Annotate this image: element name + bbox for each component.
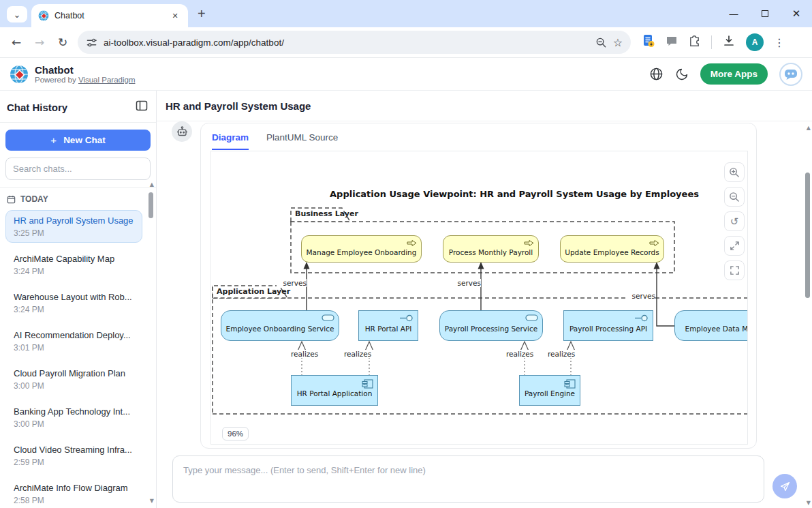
node-business-process: Manage Employee Onboarding [301, 235, 422, 263]
comment-extension-icon[interactable] [666, 35, 678, 50]
expand-arrows-icon [730, 241, 740, 251]
node-application-service: Payroll Processing Service [439, 310, 543, 341]
visual-paradigm-link[interactable]: Visual Paradigm [78, 76, 136, 84]
more-apps-button[interactable]: More Apps [700, 63, 768, 85]
chatbot-widget-button[interactable] [779, 63, 802, 86]
chat-list-item[interactable]: Warehouse Layout with Rob... 3:24 PM [5, 286, 142, 319]
zoom-in-button[interactable] [724, 162, 745, 182]
sidebar-scroll-down-icon[interactable]: ▼ [150, 498, 154, 504]
zoom-out-page-icon[interactable] [595, 37, 607, 48]
main-panel: HR and Payroll System Usage Diagram Plan… [157, 91, 812, 508]
browser-titlebar: ⌄ Chatbot ✕ + — ✕ [0, 0, 812, 27]
node-application-component: Payroll Engine [519, 375, 580, 406]
chat-list-item[interactable]: ArchiMate Info Flow Diagram 2:58 PM [5, 477, 142, 508]
window-minimize-button[interactable]: — [718, 0, 749, 27]
expand-button[interactable] [724, 236, 745, 256]
diagram-canvas[interactable]: Application Usage Viewpoint: HR and Payr… [210, 151, 748, 445]
docs-extension-icon[interactable] [642, 34, 655, 50]
node-business-process: Process Monthly Payroll [443, 235, 539, 263]
divider [0, 122, 156, 123]
url-text[interactable]: ai-toolbox.visual-paradigm.com/app/chatb… [104, 38, 589, 48]
new-tab-button[interactable]: + [198, 7, 206, 20]
serves-label: serves [451, 279, 481, 287]
tab-search-button[interactable]: ⌄ [7, 6, 27, 23]
business-process-arrow-icon [407, 239, 417, 247]
sidebar-scroll-up-icon[interactable]: ▲ [150, 181, 154, 188]
browser-tab[interactable]: Chatbot ✕ [31, 4, 188, 27]
calendar-icon [7, 195, 16, 204]
interface-icon [400, 314, 413, 322]
chat-content-area: Diagram PlantUML Source [157, 121, 812, 508]
new-chat-button[interactable]: + New Chat [5, 130, 151, 151]
sidebar-scrollbar-thumb[interactable] [149, 192, 153, 218]
app-title: Chatbot [35, 64, 135, 76]
chat-list: HR and Payroll System Usage 3:25 PM Arch… [0, 208, 156, 508]
reset-view-button[interactable]: ↺ [724, 211, 745, 231]
bot-avatar [172, 121, 192, 142]
visual-paradigm-favicon [38, 10, 49, 21]
dark-mode-moon-icon[interactable] [675, 68, 689, 81]
chat-bubble-robot-icon [783, 67, 798, 82]
window-controls: — ✕ [718, 0, 812, 27]
tab-close-icon[interactable]: ✕ [169, 10, 181, 22]
tab-plantuml-source[interactable]: PlantUML Source [266, 132, 338, 150]
business-layer-label: Business Layer [295, 209, 358, 218]
browser-toolbar: ← → ↻ ai-toolbox.visual-paradigm.com/app… [0, 27, 812, 58]
page-scroll-down-icon[interactable]: ▼ [807, 500, 811, 506]
chat-list-item[interactable]: AI Recommendation Deploy... 3:01 PM [5, 325, 142, 357]
reload-button[interactable]: ↻ [52, 31, 74, 53]
window-close-button[interactable]: ✕ [781, 0, 812, 27]
visual-paradigm-logo [10, 65, 29, 84]
node-application-interface: Payroll Processing API [563, 310, 653, 341]
view-tabs: Diagram PlantUML Source [201, 123, 756, 150]
page-scroll-up-icon[interactable]: ▲ [807, 125, 811, 131]
app-header: Chatbot Powered by Visual Paradigm More … [0, 58, 812, 91]
page-scrollbar-thumb[interactable] [805, 173, 810, 298]
message-composer [172, 455, 764, 503]
collapse-sidebar-icon[interactable] [136, 100, 148, 114]
tab-title: Chatbot [54, 11, 163, 20]
chat-list-item[interactable]: HR and Payroll System Usage 3:25 PM [5, 210, 142, 243]
chat-list-item[interactable]: Cloud Payroll Migration Plan 3:00 PM [5, 363, 142, 395]
date-section-label: TODAY [20, 194, 48, 204]
back-button[interactable]: ← [5, 31, 27, 53]
maximize-icon [762, 10, 768, 17]
diagram-title: Application Usage Viewpoint: HR and Payr… [279, 189, 748, 199]
chat-list-item[interactable]: Cloud Video Streaming Infra... 2:59 PM [5, 439, 142, 472]
downloads-icon[interactable] [722, 34, 736, 50]
diagram-toolbar: ↺ [724, 162, 745, 280]
interface-icon [635, 314, 649, 322]
search-chats-input[interactable] [5, 158, 151, 180]
forward-button[interactable]: → [29, 31, 50, 53]
node-application-service: Employee Data Manag [674, 310, 748, 341]
address-bar[interactable]: ai-toolbox.visual-paradigm.com/app/chatb… [78, 31, 631, 54]
page-title: HR and Payroll System Usage [157, 91, 812, 121]
node-application-service: Employee Onboarding Service [221, 310, 339, 341]
realizes-label: realizes [548, 350, 578, 358]
tab-diagram[interactable]: Diagram [212, 132, 249, 150]
extensions-puzzle-icon[interactable] [688, 35, 701, 50]
window-maximize-button[interactable] [749, 0, 781, 27]
chat-list-item[interactable]: Banking App Technology Int... 3:00 PM [5, 401, 142, 434]
business-process-arrow-icon [524, 239, 534, 247]
zoom-in-icon [729, 167, 740, 178]
diagram-message-card: Diagram PlantUML Source [200, 123, 757, 449]
component-icon [362, 379, 373, 389]
fullscreen-button[interactable] [724, 260, 745, 280]
robot-icon [176, 126, 188, 138]
send-button[interactable] [772, 474, 797, 498]
language-globe-icon[interactable] [649, 67, 663, 81]
profile-avatar[interactable]: A [746, 33, 764, 51]
zoom-out-button[interactable] [724, 187, 745, 207]
realizes-label: realizes [344, 350, 374, 358]
node-business-process: Update Employee Records [560, 235, 664, 263]
sidebar-title: Chat History [7, 102, 67, 113]
chat-list-item[interactable]: ArchiMate Capability Map 3:24 PM [5, 248, 142, 281]
serves-label: serves [625, 292, 655, 300]
site-settings-icon[interactable] [86, 37, 97, 48]
message-input[interactable] [172, 455, 764, 503]
chevron-down-icon: ⌄ [14, 10, 21, 20]
bookmark-star-icon[interactable]: ☆ [613, 36, 623, 49]
powered-by: Powered by Visual Paradigm [35, 76, 135, 84]
browser-menu-icon[interactable]: ⋮ [774, 36, 785, 49]
